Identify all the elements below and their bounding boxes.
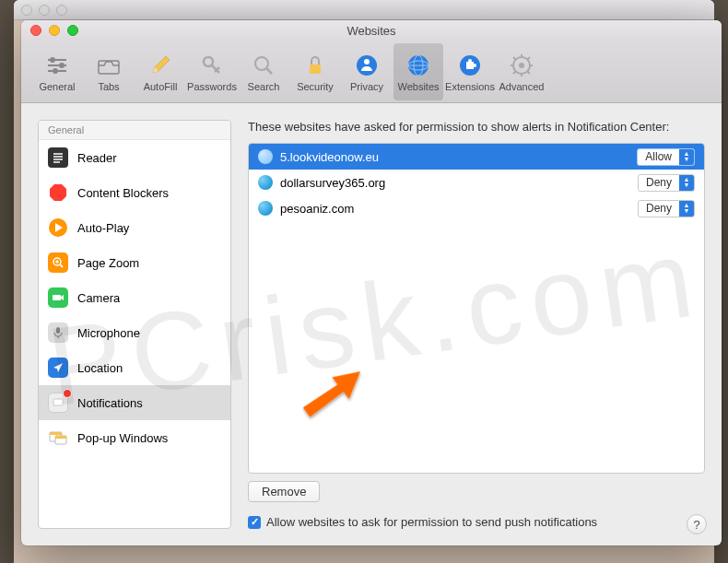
svg-line-29 [527,57,530,60]
sidebar-item-auto-play[interactable]: Auto-Play [39,210,230,245]
toolbar-tab-privacy[interactable]: Privacy [342,43,392,100]
sidebar-item-content-blockers[interactable]: Content Blockers [39,175,230,210]
sidebar-item-label: Pop-up Windows [77,431,168,445]
svg-line-26 [513,57,516,60]
website-row[interactable]: dollarsurvey365.org Deny▲▼ [249,170,704,195]
location-icon [48,358,68,378]
content-area: General Reader Content Blockers Auto-Pla… [21,103,722,545]
toolbar-tab-websites[interactable]: Websites [393,43,443,100]
allow-ask-checkbox[interactable]: ✓ [248,516,261,529]
svg-point-10 [357,55,377,76]
sidebar-item-location[interactable]: Location [39,350,230,385]
notification-badge [63,389,72,398]
toolbar-tab-search[interactable]: Search [239,43,288,100]
svg-point-18 [468,59,472,63]
bg-dot [39,5,50,16]
svg-rect-46 [53,399,63,405]
svg-point-19 [473,64,476,67]
bg-dot [56,5,67,16]
svg-rect-48 [50,432,62,435]
permission-select[interactable]: Deny▲▼ [638,174,695,192]
stop-icon [48,182,68,203]
titlebar: Websites [21,20,722,41]
website-row[interactable]: pesoaniz.com Deny▲▼ [249,195,704,221]
website-domain: 5.lookvideonow.eu [280,150,629,164]
toolbar-label: Extensions [445,81,495,92]
minimize-button[interactable] [49,25,60,36]
svg-marker-42 [61,295,64,300]
toolbar-tab-general[interactable]: General [32,43,82,100]
toolbar-tab-passwords[interactable]: Passwords [187,43,237,100]
background-titlebar [14,0,714,20]
sidebar-item-camera[interactable]: Camera [39,280,230,315]
sidebar-item-label: Content Blockers [77,186,169,200]
svg-line-27 [527,71,530,74]
sidebar-item-label: Notifications [77,396,143,410]
reader-icon [48,147,68,168]
tabs-icon [95,52,123,79]
key-icon [198,52,226,79]
toolbar-tab-tabs[interactable]: Tabs [84,43,134,100]
svg-point-4 [59,63,65,68]
toolbar-tab-extensions[interactable]: Extensions [445,43,495,100]
sidebar-item-label: Location [77,361,123,375]
svg-rect-9 [310,65,321,74]
search-icon [250,52,277,79]
permission-select[interactable]: Allow▲▼ [637,148,695,166]
toolbar-tab-autofill[interactable]: AutoFill [135,43,185,100]
toolbar-label: AutoFill [144,81,178,92]
sidebar-item-label: Reader [77,151,117,165]
zoom-button[interactable] [67,25,78,36]
help-button[interactable]: ? [687,514,707,534]
extensions-icon [456,52,484,79]
svg-rect-43 [56,327,60,334]
toolbar-label: Search [248,81,280,92]
toolbar-label: Passwords [187,81,237,92]
website-domain: pesoaniz.com [280,202,630,216]
camera-icon [48,287,68,308]
globe-icon [258,201,273,216]
toolbar-tab-advanced[interactable]: Advanced [497,43,546,100]
svg-marker-45 [53,363,63,372]
svg-point-8 [255,57,268,70]
gear-slider-icon [43,52,71,79]
privacy-icon [353,52,381,79]
allow-ask-label: Allow websites to ask for permission to … [266,515,597,529]
sidebar-item-reader[interactable]: Reader [39,140,230,175]
svg-line-38 [60,264,63,267]
websites-list: 5.lookvideonow.eu Allow▲▼ dollarsurvey36… [248,143,705,474]
chevron-updown-icon: ▲▼ [679,201,694,217]
lock-icon [301,52,329,79]
website-domain: dollarsurvey365.org [280,176,630,190]
svg-marker-34 [50,184,66,201]
allow-ask-row: ✓ Allow websites to ask for permission t… [248,515,705,529]
chevron-updown-icon: ▲▼ [679,149,694,165]
pencil-icon [147,52,174,79]
globe-icon [258,149,273,164]
toolbar-label: Security [297,81,334,92]
sidebar-item-popup-windows[interactable]: Pop-up Windows [39,420,230,455]
main-panel: These websites have asked for permission… [248,120,705,529]
sidebar-item-page-zoom[interactable]: Page Zoom [39,245,230,280]
sidebar-item-label: Camera [77,291,120,305]
permission-select[interactable]: Deny▲▼ [638,200,695,217]
toolbar-label: Websites [397,81,439,92]
toolbar-tab-security[interactable]: Security [290,43,340,100]
main-heading: These websites have asked for permission… [248,120,705,134]
svg-point-11 [364,59,370,65]
bg-dot [21,5,32,16]
zoom-icon [48,252,68,273]
microphone-icon [48,323,68,343]
chevron-updown-icon: ▲▼ [679,175,694,191]
popup-icon [48,428,68,448]
remove-button[interactable]: Remove [248,481,320,502]
toolbar-label: General [39,81,75,92]
toolbar-label: Tabs [98,81,119,92]
sidebar-item-notifications[interactable]: Notifications [39,385,230,420]
sidebar-item-microphone[interactable]: Microphone [39,315,230,350]
svg-rect-6 [99,61,119,74]
website-row[interactable]: 5.lookvideonow.eu Allow▲▼ [249,144,704,170]
close-button[interactable] [30,25,41,36]
globe-icon [258,175,273,190]
preferences-window: Websites General Tabs AutoFill Passwords… [21,20,722,545]
